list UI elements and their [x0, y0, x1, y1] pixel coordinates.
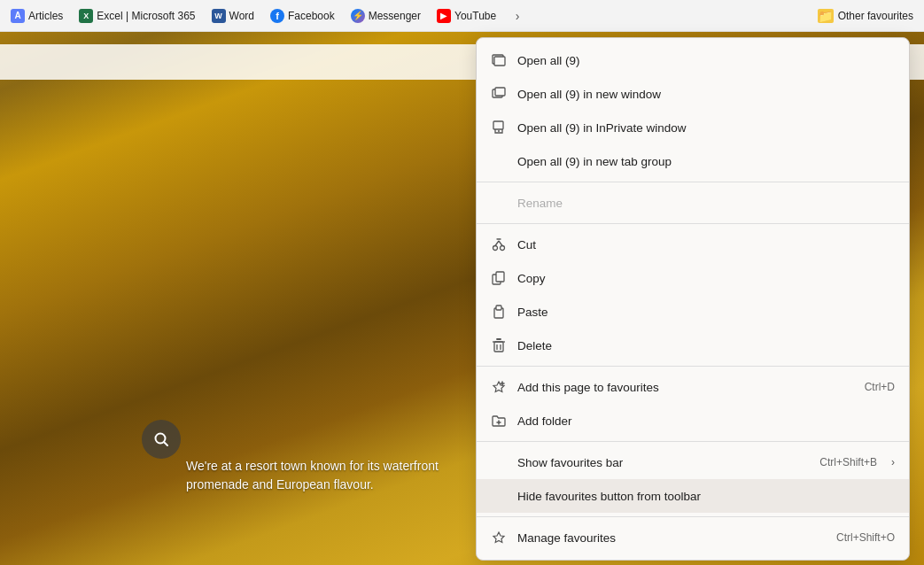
- delete-label: Delete: [517, 339, 895, 352]
- rename-icon: [491, 195, 507, 211]
- excel-icon: X: [79, 9, 93, 23]
- facebook-icon: f: [270, 9, 284, 23]
- svg-line-1: [165, 443, 168, 446]
- menu-item-copy[interactable]: Copy: [477, 261, 909, 295]
- toolbar-item-excel[interactable]: X Excel | Microsoft 365: [72, 4, 202, 28]
- svg-rect-14: [496, 272, 504, 282]
- manage-icon: [491, 530, 507, 546]
- paste-icon: [491, 304, 507, 320]
- menu-item-show-bar[interactable]: Show favourites bar Ctrl+Shift+B ›: [477, 445, 909, 479]
- open-new-window-label: Open all (9) in new window: [517, 88, 895, 101]
- toolbar-item-word[interactable]: W Word: [205, 4, 261, 28]
- svg-rect-5: [495, 88, 505, 96]
- menu-item-open-all[interactable]: Open all (9): [477, 43, 909, 77]
- add-folder-icon: [491, 413, 507, 429]
- toolbar-item-articles[interactable]: A Articles: [4, 4, 70, 28]
- divider-4: [477, 441, 909, 442]
- menu-item-paste[interactable]: Paste: [477, 295, 909, 329]
- copy-label: Copy: [517, 272, 895, 285]
- articles-icon: A: [11, 9, 25, 23]
- add-folder-label: Add folder: [517, 414, 895, 428]
- menu-item-hide-button[interactable]: Hide favourites button from toolbar: [477, 479, 909, 513]
- menu-item-open-tab-group[interactable]: Open all (9) in new tab group: [477, 144, 909, 178]
- more-items-button[interactable]: ›: [505, 4, 530, 28]
- svg-point-9: [501, 246, 505, 251]
- show-bar-shortcut: Ctrl+Shift+B: [819, 456, 877, 468]
- toolbar-item-messenger[interactable]: ⚡ Messenger: [344, 4, 428, 28]
- menu-item-open-inprivate[interactable]: Open all (9) in InPrivate window: [477, 111, 909, 144]
- divider-2: [477, 223, 909, 224]
- menu-item-cut[interactable]: Cut: [477, 228, 909, 261]
- add-page-shortcut: Ctrl+D: [865, 381, 895, 393]
- svg-line-10: [495, 241, 499, 246]
- show-bar-icon: [491, 454, 507, 470]
- menu-item-add-folder[interactable]: Add folder: [477, 404, 909, 437]
- divider-3: [477, 366, 909, 367]
- folder-icon: 📁: [818, 9, 834, 23]
- tab-group-icon: [491, 153, 507, 169]
- toolbar-item-facebook[interactable]: f Facebook: [263, 4, 342, 28]
- excel-label: Excel | Microsoft 365: [97, 10, 195, 22]
- svg-point-7: [498, 130, 500, 132]
- cut-label: Cut: [517, 238, 895, 252]
- open-inprivate-label: Open all (9) in InPrivate window: [517, 121, 895, 135]
- divider-1: [477, 182, 909, 182]
- svg-rect-3: [494, 57, 505, 66]
- svg-rect-17: [494, 342, 503, 352]
- add-page-icon: [491, 379, 507, 395]
- manage-shortcut: Ctrl+Shift+O: [836, 531, 895, 544]
- messenger-label: Messenger: [369, 10, 421, 22]
- svg-marker-27: [493, 532, 504, 543]
- facebook-label: Facebook: [288, 10, 335, 22]
- hide-button-label: Hide favourites button from toolbar: [517, 490, 895, 503]
- rename-label: Rename: [517, 197, 895, 210]
- show-bar-arrow-icon: ›: [891, 456, 895, 468]
- open-all-label: Open all (9): [517, 54, 895, 67]
- articles-label: Articles: [28, 10, 63, 22]
- word-icon: W: [212, 9, 226, 23]
- svg-line-11: [499, 241, 502, 246]
- menu-item-delete[interactable]: Delete: [477, 329, 909, 362]
- context-menu: Open all (9) Open all (9) in new window …: [476, 37, 910, 561]
- word-label: Word: [229, 10, 254, 22]
- menu-item-add-page[interactable]: Add this page to favourites Ctrl+D: [477, 370, 909, 404]
- paste-label: Paste: [517, 306, 895, 319]
- inprivate-icon: [491, 120, 507, 135]
- divider-5: [477, 516, 909, 517]
- manage-label: Manage favourites: [517, 531, 826, 545]
- search-icon: [152, 430, 170, 448]
- other-favourites-button[interactable]: 📁 Other favourites: [811, 5, 920, 27]
- menu-item-rename: Rename: [477, 186, 909, 220]
- svg-rect-6: [493, 121, 503, 129]
- show-bar-label: Show favourites bar: [517, 456, 809, 469]
- svg-rect-16: [496, 306, 501, 310]
- messenger-icon: ⚡: [351, 9, 365, 23]
- wave-description: We're at a resort town known for its wat…: [186, 457, 452, 494]
- delete-icon: [491, 337, 507, 353]
- menu-item-open-new-window[interactable]: Open all (9) in new window: [477, 77, 909, 111]
- add-page-label: Add this page to favourites: [517, 381, 854, 394]
- hide-button-icon: [491, 488, 507, 504]
- open-all-icon: [491, 52, 507, 68]
- cut-icon: [491, 236, 507, 252]
- other-favourites-label: Other favourites: [838, 10, 913, 22]
- toolbar-item-youtube[interactable]: ▶ YouTube: [430, 4, 503, 28]
- search-button[interactable]: [142, 420, 181, 459]
- svg-point-8: [493, 246, 498, 251]
- copy-icon: [491, 270, 507, 286]
- favourites-toolbar: A Articles X Excel | Microsoft 365 W Wor…: [0, 0, 924, 32]
- open-tab-group-label: Open all (9) in new tab group: [517, 155, 895, 168]
- menu-item-manage[interactable]: Manage favourites Ctrl+Shift+O: [477, 521, 909, 554]
- youtube-icon: ▶: [437, 9, 451, 23]
- youtube-label: YouTube: [454, 10, 496, 22]
- new-window-icon: [491, 86, 507, 102]
